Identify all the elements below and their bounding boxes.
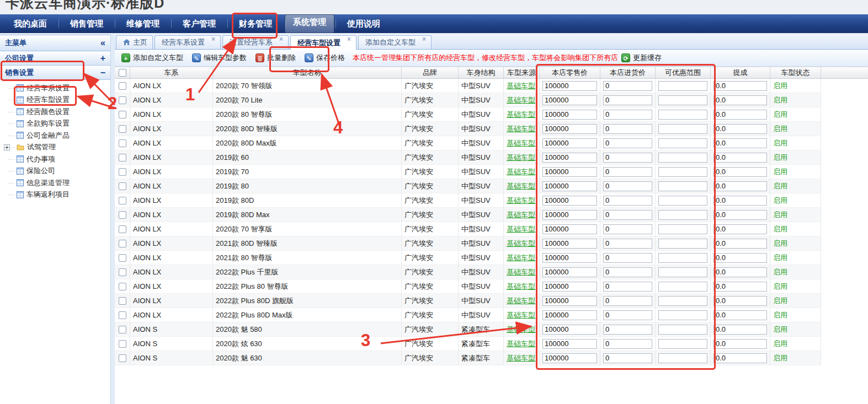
retail-price-input[interactable]: [542, 167, 597, 177]
discount-range-input[interactable]: [658, 196, 707, 206]
retail-price-input[interactable]: [542, 196, 597, 206]
purchase-price-input[interactable]: [603, 296, 652, 306]
retail-price-input[interactable]: [542, 181, 597, 191]
source-link[interactable]: 基础车型: [507, 167, 535, 177]
tab-item[interactable]: 主页: [116, 35, 153, 49]
tab-active[interactable]: 经营车型设置×: [290, 35, 356, 50]
expand-plus-icon[interactable]: [4, 144, 10, 150]
panel-company-settings[interactable]: 公司设置 +: [0, 51, 110, 66]
discount-range-input[interactable]: [658, 353, 707, 363]
discount-range-input[interactable]: [658, 210, 707, 220]
select-all-checkbox[interactable]: [119, 69, 126, 77]
commission-input[interactable]: [713, 325, 767, 335]
row-checkbox[interactable]: [119, 254, 126, 262]
commission-input[interactable]: [713, 167, 767, 177]
retail-price-input[interactable]: [542, 267, 597, 277]
purchase-price-input[interactable]: [603, 282, 652, 292]
tab-item[interactable]: 经营车系设置×: [155, 35, 221, 49]
retail-price-input[interactable]: [542, 310, 597, 320]
close-tab-icon[interactable]: ×: [422, 36, 426, 43]
retail-price-input[interactable]: [542, 95, 597, 105]
source-link[interactable]: 基础车型: [507, 339, 535, 349]
sidebar-tree-item[interactable]: 信息渠道管理: [0, 177, 110, 189]
purchase-price-input[interactable]: [603, 325, 652, 335]
purchase-price-input[interactable]: [603, 181, 652, 191]
nav-item-active[interactable]: 系统管理: [285, 14, 334, 33]
source-link[interactable]: 基础车型: [507, 124, 535, 134]
retail-price-input[interactable]: [542, 253, 597, 263]
column-header[interactable]: 车型来源: [504, 67, 540, 78]
purchase-price-input[interactable]: [603, 210, 652, 220]
row-checkbox[interactable]: [119, 96, 126, 104]
row-checkbox[interactable]: [119, 283, 126, 290]
commission-input[interactable]: [713, 95, 767, 105]
panel-sales-settings[interactable]: 销售设置 −: [0, 66, 110, 80]
commission-input[interactable]: [713, 196, 767, 206]
commission-input[interactable]: [713, 239, 767, 249]
discount-range-input[interactable]: [658, 296, 707, 306]
commission-input[interactable]: [713, 81, 767, 91]
close-tab-icon[interactable]: ×: [279, 36, 283, 43]
discount-range-input[interactable]: [658, 138, 707, 148]
row-checkbox[interactable]: [119, 82, 126, 90]
source-link[interactable]: 基础车型: [507, 282, 535, 292]
commission-input[interactable]: [713, 339, 767, 349]
nav-item-link[interactable]: 我的桌面: [2, 14, 58, 33]
row-checkbox[interactable]: [119, 268, 126, 276]
column-header[interactable]: 车系: [130, 67, 213, 78]
column-header[interactable]: 本店进货价: [600, 67, 656, 78]
row-checkbox[interactable]: [119, 211, 126, 219]
save-price-button[interactable]: ✎保存价格: [301, 52, 348, 64]
nav-item-link[interactable]: 财务管理: [227, 14, 284, 33]
discount-range-input[interactable]: [658, 282, 707, 292]
sidebar-tree-item[interactable]: 全款购车设置: [0, 118, 110, 130]
commission-input[interactable]: [713, 181, 767, 191]
row-checkbox[interactable]: [119, 240, 126, 247]
commission-input[interactable]: [713, 153, 767, 163]
source-link[interactable]: 基础车型: [507, 253, 535, 263]
column-header[interactable]: 车身结构: [459, 67, 504, 78]
retail-price-input[interactable]: [542, 124, 597, 134]
purchase-price-input[interactable]: [603, 253, 652, 263]
purchase-price-input[interactable]: [603, 81, 652, 91]
source-link[interactable]: 基础车型: [507, 181, 535, 191]
commission-input[interactable]: [713, 282, 767, 292]
source-link[interactable]: 基础车型: [507, 239, 535, 249]
column-header[interactable]: 品牌: [402, 67, 459, 78]
expand-icon[interactable]: +: [100, 53, 105, 63]
nav-item-link[interactable]: 使用说明: [336, 14, 392, 33]
discount-range-input[interactable]: [658, 325, 707, 335]
tab-item[interactable]: 添加自定义车型×: [358, 35, 432, 49]
purchase-price-input[interactable]: [603, 239, 652, 249]
commission-input[interactable]: [713, 310, 767, 320]
toolbar-button[interactable]: +添加自定义车型: [118, 52, 187, 64]
commission-input[interactable]: [713, 138, 767, 148]
discount-range-input[interactable]: [658, 81, 707, 91]
toolbar-button[interactable]: ≣批量删除: [252, 52, 299, 64]
row-checkbox[interactable]: [119, 311, 126, 319]
discount-range-input[interactable]: [658, 95, 707, 105]
column-header[interactable]: 提成: [711, 67, 770, 78]
row-checkbox[interactable]: [119, 326, 126, 333]
discount-range-input[interactable]: [658, 181, 707, 191]
source-link[interactable]: 基础车型: [507, 95, 535, 105]
source-link[interactable]: 基础车型: [507, 296, 535, 306]
retail-price-input[interactable]: [542, 296, 597, 306]
commission-input[interactable]: [713, 267, 767, 277]
commission-input[interactable]: [713, 224, 767, 234]
retail-price-input[interactable]: [542, 210, 597, 220]
nav-item-link[interactable]: 维修管理: [115, 14, 171, 33]
purchase-price-input[interactable]: [603, 310, 652, 320]
retail-price-input[interactable]: [542, 81, 597, 91]
row-checkbox[interactable]: [119, 340, 126, 348]
source-link[interactable]: 基础车型: [507, 224, 535, 234]
close-tab-icon[interactable]: ×: [347, 36, 351, 43]
commission-input[interactable]: [713, 124, 767, 134]
retail-price-input[interactable]: [542, 353, 597, 363]
row-checkbox[interactable]: [119, 197, 126, 204]
retail-price-input[interactable]: [542, 138, 597, 148]
source-link[interactable]: 基础车型: [507, 267, 535, 277]
purchase-price-input[interactable]: [603, 224, 652, 234]
sidebar-splitter[interactable]: [111, 35, 115, 404]
source-link[interactable]: 基础车型: [507, 196, 535, 206]
